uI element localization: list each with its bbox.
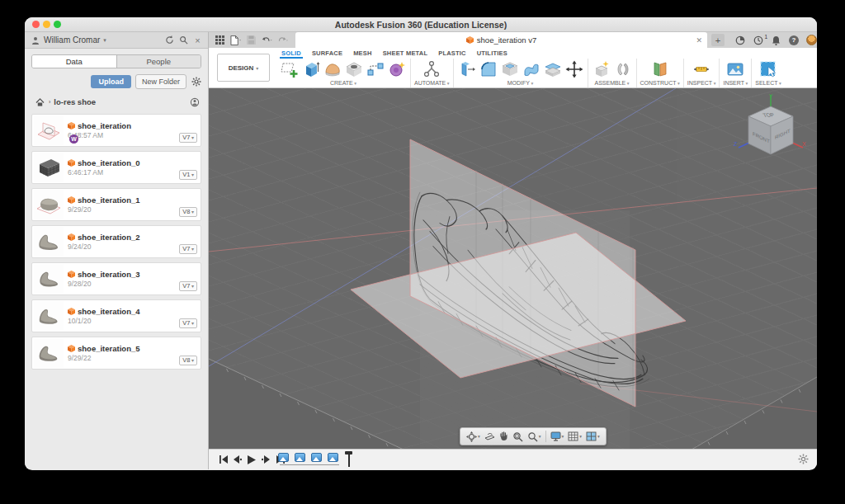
- look-at-icon[interactable]: [483, 428, 497, 445]
- redo-icon[interactable]: [277, 35, 288, 45]
- display-settings-icon[interactable]: ▾: [549, 428, 566, 445]
- app-grid-icon[interactable]: [215, 35, 225, 45]
- pattern-icon[interactable]: [366, 59, 385, 79]
- form-icon[interactable]: [323, 59, 342, 79]
- user-row[interactable]: William Cromar ▾ ×: [25, 32, 208, 49]
- tab-people[interactable]: People: [116, 55, 201, 68]
- timeline-playhead[interactable]: [345, 451, 352, 467]
- timeline-settings-gear-icon[interactable]: [798, 454, 809, 464]
- list-item[interactable]: shoe_iteration_3 9/28/20 V7: [31, 262, 201, 295]
- insert-image-icon[interactable]: [725, 59, 745, 79]
- zoom-icon[interactable]: ▾: [526, 428, 543, 445]
- version-dropdown[interactable]: V1: [179, 170, 197, 180]
- group-label[interactable]: CONSTRUCT: [640, 80, 680, 87]
- account-avatar[interactable]: [806, 35, 817, 45]
- pan-icon[interactable]: [498, 428, 510, 445]
- list-item[interactable]: shoe_iteration_2 9/24/20 V7: [31, 225, 201, 258]
- tab-plastic[interactable]: PLASTIC: [437, 49, 467, 57]
- tab-sheet-metal[interactable]: SHEET METAL: [381, 49, 430, 57]
- notifications-bell-icon[interactable]: [771, 35, 781, 45]
- new-folder-button[interactable]: New Folder: [135, 74, 186, 89]
- home-icon[interactable]: [35, 97, 45, 107]
- tab-mesh[interactable]: MESH: [352, 49, 373, 57]
- 3d-scene[interactable]: [209, 88, 817, 449]
- orbit-icon[interactable]: ▾: [465, 428, 482, 445]
- workspace-dropdown[interactable]: DESIGN: [217, 54, 270, 82]
- file-icon[interactable]: [230, 35, 241, 45]
- measure-icon[interactable]: [692, 59, 711, 79]
- refresh-icon[interactable]: [164, 35, 175, 45]
- canvas-feature-icon[interactable]: [311, 453, 322, 462]
- version-dropdown[interactable]: V8: [179, 207, 197, 217]
- zoom-window-icon[interactable]: [511, 428, 525, 445]
- close-window-button[interactable]: [32, 21, 40, 28]
- undo-icon[interactable]: [262, 35, 272, 45]
- tab-solid[interactable]: SOLID: [280, 49, 303, 57]
- version-dropdown[interactable]: V8: [179, 356, 197, 365]
- group-label[interactable]: CREATE: [330, 80, 356, 87]
- list-item[interactable]: shoe_iteration_5 9/29/22 V8: [31, 337, 201, 370]
- new-component-icon[interactable]: [592, 59, 611, 79]
- version-dropdown[interactable]: V7: [179, 133, 197, 143]
- version-dropdown[interactable]: V7: [179, 318, 197, 328]
- minimize-window-button[interactable]: [43, 21, 50, 28]
- step-back-icon[interactable]: [233, 455, 243, 464]
- search-icon[interactable]: [178, 35, 189, 45]
- close-tab-icon[interactable]: ✕: [696, 36, 702, 45]
- generative-design-icon[interactable]: [387, 59, 407, 79]
- help-icon[interactable]: ?: [789, 35, 799, 45]
- document-tab[interactable]: shoe_iteration v7 ✕: [295, 32, 707, 48]
- group-label[interactable]: AUTOMATE: [414, 80, 450, 87]
- data-panel: William Cromar ▾ × Data People Upload Ne…: [25, 32, 209, 469]
- job-status-clock-icon[interactable]: 1: [753, 35, 763, 45]
- tab-surface[interactable]: SURFACE: [310, 49, 344, 57]
- shell-icon[interactable]: [500, 59, 520, 79]
- group-label[interactable]: INSPECT: [687, 80, 716, 87]
- new-tab-button[interactable]: +: [711, 34, 725, 46]
- zoom-window-button[interactable]: [54, 21, 61, 28]
- canvas-feature-icon[interactable]: [295, 453, 305, 462]
- go-to-start-icon[interactable]: [219, 455, 229, 464]
- viewport[interactable]: Y X Z TOP FRONT RIGHT: [209, 88, 817, 449]
- close-panel-icon[interactable]: ×: [192, 35, 203, 45]
- save-icon[interactable]: [246, 35, 257, 45]
- grid-snap-icon[interactable]: ▾: [566, 428, 583, 445]
- panel-settings-gear-icon[interactable]: [191, 77, 201, 87]
- version-dropdown[interactable]: V7: [179, 281, 197, 291]
- viewports-icon[interactable]: ▾: [584, 428, 602, 445]
- play-icon[interactable]: [247, 455, 257, 464]
- extrude-icon[interactable]: [301, 59, 321, 79]
- version-dropdown[interactable]: V7: [179, 244, 197, 254]
- joint-icon[interactable]: [613, 59, 633, 79]
- canvas-feature-icon[interactable]: [328, 453, 338, 462]
- hole-icon[interactable]: [344, 59, 364, 79]
- tab-utilities[interactable]: UTILITIES: [475, 49, 509, 57]
- group-label[interactable]: MODIFY: [507, 80, 534, 87]
- breadcrumb-folder[interactable]: lo-res shoe: [54, 97, 96, 106]
- group-automate: AUTOMATE: [411, 59, 454, 87]
- application-bar: shoe_iteration v7 ✕ + 1 ?: [209, 32, 817, 48]
- collaborators-icon[interactable]: [189, 97, 200, 107]
- tab-data[interactable]: Data: [32, 55, 116, 68]
- create-sketch-icon[interactable]: [280, 59, 300, 79]
- canvas-feature-icon[interactable]: [278, 453, 289, 462]
- list-item[interactable]: shoe_iteration_1 9/29/20 V8: [31, 188, 201, 221]
- upload-button[interactable]: Upload: [91, 75, 131, 88]
- group-label[interactable]: SELECT: [755, 80, 781, 87]
- combine-icon[interactable]: [522, 59, 541, 79]
- press-pull-icon[interactable]: [457, 59, 477, 79]
- construction-plane-icon[interactable]: [650, 59, 670, 79]
- group-label[interactable]: INSERT: [723, 80, 748, 87]
- list-item[interactable]: shoe_iteration_4 10/1/20 V7: [31, 299, 201, 332]
- script-icon[interactable]: [422, 59, 441, 79]
- group-label[interactable]: ASSEMBLE: [595, 80, 630, 87]
- list-item[interactable]: shoe_iteration_0 6:46:17 AM V1: [31, 151, 201, 184]
- select-icon[interactable]: [758, 59, 778, 79]
- move-icon[interactable]: [564, 59, 584, 79]
- step-forward-icon[interactable]: [261, 455, 271, 464]
- offset-face-icon[interactable]: [543, 59, 563, 79]
- extensions-icon[interactable]: [734, 35, 745, 45]
- fillet-icon[interactable]: [479, 59, 498, 79]
- list-item[interactable]: shoe_iteration 6:48:57 AM W V7: [31, 114, 201, 147]
- view-cube[interactable]: Y X Z TOP FRONT RIGHT: [733, 92, 809, 167]
